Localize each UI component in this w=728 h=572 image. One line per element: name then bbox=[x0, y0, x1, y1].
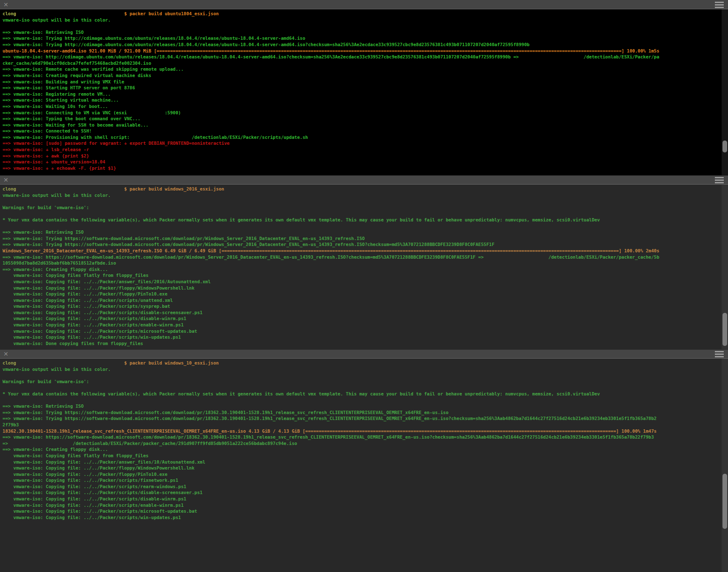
terminal-output: clong $ packer build ubuntu1804_esxi.jso… bbox=[3, 11, 728, 171]
terminal-output: clong $ packer build windows_2016_esxi.j… bbox=[3, 186, 728, 346]
close-icon[interactable]: ✕ bbox=[3, 2, 8, 8]
pane-content[interactable]: clong $ packer build windows_2016_esxi.j… bbox=[0, 185, 728, 349]
terminal-line: vmware-iso: Copying file: ../../Packer/s… bbox=[3, 322, 728, 328]
menu-icon[interactable] bbox=[715, 180, 724, 181]
terminal-line: ==> vmware-iso: [sudo] password for vagr… bbox=[3, 140, 728, 146]
terminal-window: ✕ clong $ packer build ubuntu1804_esxi.j… bbox=[0, 0, 728, 572]
terminal-line: ==> vmware-iso: Retrieving ISO bbox=[3, 229, 728, 235]
terminal-line: ==> vmware-iso: Waiting for SSH to becom… bbox=[3, 122, 728, 128]
terminal-line bbox=[3, 198, 728, 204]
terminal-line: ==> vmware-iso: Trying http://cdimage.ub… bbox=[3, 35, 728, 41]
terminal-line: ==> vmware-iso: Building and writing VMX… bbox=[3, 79, 728, 85]
terminal-line: vmware-iso: Copying file: ../../Packer/s… bbox=[3, 484, 728, 490]
pane-titlebar[interactable]: ✕ bbox=[0, 0, 728, 9]
terminal-line: vmware-iso: Copying file: ../../Packer/s… bbox=[3, 496, 728, 502]
terminal-line: clong $ packer build windows_10_esxi.jso… bbox=[3, 360, 728, 366]
menu-icon[interactable] bbox=[715, 4, 724, 6]
terminal-line: ==> vmware-iso: https://software-downloa… bbox=[3, 254, 728, 260]
terminal-line: ==> vmware-iso: Provisioning with shell … bbox=[3, 134, 728, 141]
scrollbar-thumb[interactable] bbox=[722, 474, 727, 529]
terminal-line: * Your vmx data contains the following v… bbox=[3, 391, 728, 397]
terminal-line: ==> vmware-iso: Creating floppy disk... bbox=[3, 266, 728, 273]
terminal-line: * Your vmx data contains the following v… bbox=[3, 217, 728, 223]
terminal-line: vmware-iso: Copying file: ../../Packer/f… bbox=[3, 285, 728, 291]
terminal-line: vmware-iso: Copying file: ../../Packer/s… bbox=[3, 489, 728, 496]
menu-icon[interactable] bbox=[715, 354, 724, 355]
terminal-line: ==> vmware-iso: + lsb_release -r bbox=[3, 146, 728, 153]
terminal-line: ==> vmware-iso: Registering remote VM... bbox=[3, 91, 728, 97]
terminal-line bbox=[3, 397, 728, 403]
terminal-line: ==> vmware-iso: Remote cache was verifie… bbox=[3, 66, 728, 72]
terminal-line: vmware-iso output will be in this color. bbox=[3, 366, 728, 373]
pane-titlebar[interactable]: ✕ bbox=[0, 349, 728, 359]
terminal-line: ==> vmware-iso: + ubuntu_version=18.04 bbox=[3, 159, 728, 165]
terminal-line: vmware-iso output will be in this color. bbox=[3, 192, 728, 199]
terminal-line: 2f79b3 bbox=[3, 422, 728, 428]
terminal-pane: ✕ clong $ packer build ubuntu1804_esxi.j… bbox=[0, 0, 728, 175]
terminal-line: vmware-iso: Copying file: ../../Packer/s… bbox=[3, 508, 728, 514]
terminal-line: 1055098d7ba8d2d635babf6bb76518512afbde.i… bbox=[3, 260, 728, 266]
terminal-line: vmware-iso: Copying file: ../../Packer/s… bbox=[3, 477, 728, 484]
terminal-line: 18362.30.190401-1528.19h1_release_svc_re… bbox=[3, 428, 728, 434]
terminal-line: vmware-iso: Done copying files from flop… bbox=[3, 340, 728, 347]
terminal-line: ==> vmware-iso: Trying https://software-… bbox=[3, 235, 728, 242]
terminal-line: Warnings for build 'vmware-iso': bbox=[3, 379, 728, 385]
terminal-line: vmware-iso: Copying file: ../../Packer/s… bbox=[3, 328, 728, 334]
scrollbar[interactable] bbox=[722, 9, 728, 175]
terminal-line: vmware-iso output will be in this color. bbox=[3, 17, 728, 23]
terminal-line: Windows_Server_2016_Datacenter_EVAL_en-u… bbox=[3, 248, 728, 254]
scrollbar-thumb[interactable] bbox=[722, 313, 727, 346]
terminal-line bbox=[3, 210, 728, 217]
terminal-line: Warnings for build 'vmware-iso': bbox=[3, 204, 728, 211]
terminal-line: cker_cache/e6d790e1cf0dcbca7fefef75468ac… bbox=[3, 60, 728, 66]
terminal-line: ==> vmware-iso: Connected to SSH! bbox=[3, 128, 728, 134]
terminal-line: ubuntu-18.04.4-server-amd64.iso 921.00 M… bbox=[3, 48, 728, 54]
terminal-line: ==> vmware-iso: Trying https://software-… bbox=[3, 241, 728, 248]
terminal-line: ==> vmware-iso: Starting HTTP server on … bbox=[3, 85, 728, 91]
terminal-line: vmware-iso: Copying file: ../../Packer/f… bbox=[3, 465, 728, 471]
terminal-line bbox=[3, 372, 728, 379]
terminal-line: ==> vmware-iso: Connecting to VM via VNC… bbox=[3, 110, 728, 116]
terminal-line: vmware-iso: Copying file: ../../Packer/a… bbox=[3, 459, 728, 465]
terminal-line: ==> vmware-iso: Starting virtual machine… bbox=[3, 97, 728, 103]
terminal-line: ==> vmware-iso: Trying http://cdimage.ub… bbox=[3, 41, 728, 48]
terminal-line: vmware-iso: Copying file: ../../Packer/f… bbox=[3, 471, 728, 478]
pane-content[interactable]: clong $ packer build ubuntu1804_esxi.jso… bbox=[0, 9, 728, 175]
terminal-line bbox=[3, 223, 728, 229]
terminal-line: ==> vmware-iso: + + echoawk -F. {print $… bbox=[3, 165, 728, 171]
terminal-line: vmware-iso: Copying file: ../../Packer/s… bbox=[3, 309, 728, 316]
pane-titlebar[interactable]: ✕ bbox=[0, 175, 728, 185]
close-icon[interactable]: ✕ bbox=[3, 351, 8, 357]
terminal-line: => /detectionlab/ESXi/Packer/packer_cach… bbox=[3, 440, 728, 447]
terminal-line: ==> vmware-iso: + awk {print $2} bbox=[3, 153, 728, 159]
terminal-line: vmware-iso: Copying file: ../../Packer/s… bbox=[3, 514, 728, 521]
scrollbar[interactable] bbox=[722, 359, 728, 572]
terminal-line bbox=[3, 384, 728, 391]
terminal-line: vmware-iso: Copying files flatly from fl… bbox=[3, 453, 728, 459]
terminal-line: ==> vmware-iso: Typing the boot command … bbox=[3, 116, 728, 122]
scrollbar-thumb[interactable] bbox=[722, 141, 727, 152]
close-icon[interactable]: ✕ bbox=[3, 177, 8, 183]
terminal-output: clong $ packer build windows_10_esxi.jso… bbox=[3, 360, 728, 520]
terminal-line: vmware-iso: Copying file: ../../Packer/f… bbox=[3, 291, 728, 297]
pane-content[interactable]: clong $ packer build windows_10_esxi.jso… bbox=[0, 359, 728, 572]
terminal-line: ==> vmware-iso: Waiting 10s for boot... bbox=[3, 103, 728, 110]
terminal-line: vmware-iso: Copying file: ../../Packer/s… bbox=[3, 297, 728, 304]
terminal-line: vmware-iso: Copying file: ../../Packer/s… bbox=[3, 303, 728, 309]
terminal-line: vmware-iso: Copying file: ../../Packer/s… bbox=[3, 315, 728, 322]
terminal-line: vmware-iso: Copying file: ../../Packer/s… bbox=[3, 502, 728, 508]
terminal-line: ==> vmware-iso: Retrieving ISO bbox=[3, 29, 728, 36]
terminal-line: ==> vmware-iso: Trying https://software-… bbox=[3, 409, 728, 416]
terminal-line: ==> vmware-iso: http://cdimage.ubuntu.co… bbox=[3, 54, 728, 60]
terminal-pane: ✕ clong $ packer build windows_10_esxi.j… bbox=[0, 349, 728, 572]
terminal-line: ==> vmware-iso: https://software-downloa… bbox=[3, 434, 728, 440]
terminal-line bbox=[3, 23, 728, 29]
terminal-line: vmware-iso: Copying file: ../../Packer/s… bbox=[3, 334, 728, 340]
terminal-pane: ✕ clong $ packer build windows_2016_esxi… bbox=[0, 175, 728, 349]
terminal-line: ==> vmware-iso: Creating floppy disk... bbox=[3, 446, 728, 453]
terminal-line: ==> vmware-iso: Trying https://software-… bbox=[3, 415, 728, 422]
terminal-line: ==> vmware-iso: Creating required virtua… bbox=[3, 72, 728, 79]
terminal-line: vmware-iso: Copying file: ../../Packer/a… bbox=[3, 279, 728, 285]
scrollbar[interactable] bbox=[722, 185, 728, 349]
terminal-line: vmware-iso: Copying files flatly from fl… bbox=[3, 272, 728, 279]
